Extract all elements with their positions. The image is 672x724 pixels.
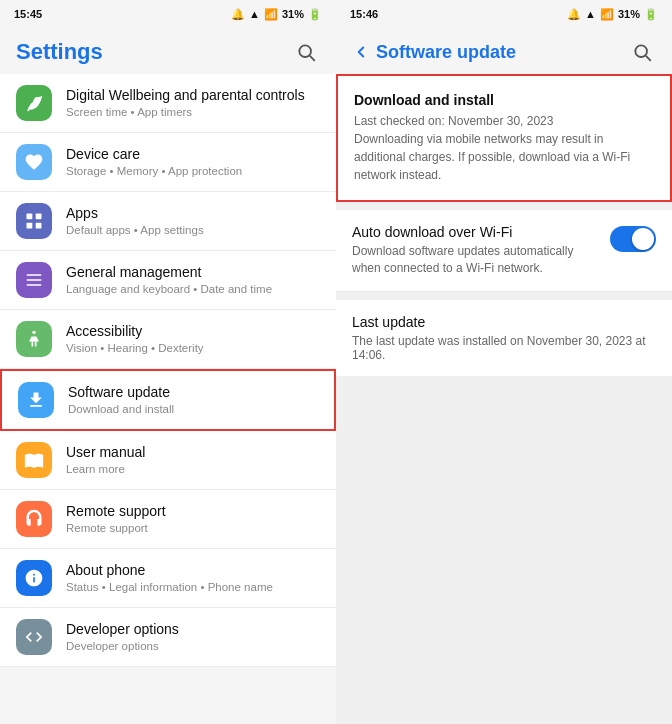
signal-icon: 📶 — [264, 8, 278, 21]
section-divider-2 — [336, 292, 672, 300]
developer-options-text: Developer options Developer options — [66, 620, 320, 654]
notification-icon: 🔔 — [231, 8, 245, 21]
settings-list: Digital Wellbeing and parental controls … — [0, 74, 336, 724]
general-management-title: General management — [66, 263, 320, 281]
right-phone-panel: 15:46 🔔 ▲ 📶 31% 🔋 Software update Downl — [336, 0, 672, 724]
general-management-text: General management Language and keyboard… — [66, 263, 320, 297]
software-update-text: Software update Download and install — [68, 383, 318, 417]
settings-title: Settings — [16, 39, 103, 65]
right-time: 15:46 — [350, 8, 378, 20]
back-chevron-icon — [352, 43, 370, 61]
sidebar-item-digital-wellbeing[interactable]: Digital Wellbeing and parental controls … — [0, 74, 336, 133]
apps-subtitle: Default apps • App settings — [66, 223, 320, 238]
svg-point-9 — [32, 331, 35, 334]
apps-icon — [16, 203, 52, 239]
left-status-icons: 🔔 ▲ 📶 31% 🔋 — [231, 8, 322, 21]
user-manual-text: User manual Learn more — [66, 443, 320, 477]
right-battery-text: 31% — [618, 8, 640, 20]
right-signal-icon: 📶 — [600, 8, 614, 21]
svg-line-1 — [310, 56, 314, 60]
digital-wellbeing-subtitle: Screen time • App timers — [66, 105, 320, 120]
download-install-card[interactable]: Download and install Last checked on: No… — [336, 74, 672, 202]
search-icon-right — [632, 42, 652, 62]
accessibility-subtitle: Vision • Hearing • Dexterity — [66, 341, 320, 356]
sidebar-item-software-update[interactable]: Software update Download and install — [0, 369, 336, 431]
digital-wellbeing-title: Digital Wellbeing and parental controls — [66, 86, 320, 104]
software-update-subtitle: Download and install — [68, 402, 318, 417]
settings-search-button[interactable] — [292, 38, 320, 66]
remote-support-title: Remote support — [66, 502, 320, 520]
device-care-subtitle: Storage • Memory • App protection — [66, 164, 320, 179]
wifi-icon: ▲ — [249, 8, 260, 20]
auto-download-toggle[interactable] — [610, 226, 656, 252]
svg-rect-7 — [27, 279, 42, 281]
about-phone-title: About phone — [66, 561, 320, 579]
info-icon — [24, 568, 44, 588]
user-manual-subtitle: Learn more — [66, 462, 320, 477]
last-update-card: Last update The last update was installe… — [336, 300, 672, 376]
download-install-line2: Downloading via mobile networks may resu… — [354, 130, 654, 184]
code-icon — [24, 627, 44, 647]
sidebar-item-developer-options[interactable]: Developer options Developer options — [0, 608, 336, 667]
right-header: Software update — [336, 28, 672, 74]
auto-download-title: Auto download over Wi-Fi — [352, 224, 598, 240]
download-icon — [26, 390, 46, 410]
leaf-icon — [24, 93, 44, 113]
person-icon — [24, 329, 44, 349]
menu-icon — [24, 270, 44, 290]
apps-text: Apps Default apps • App settings — [66, 204, 320, 238]
remote-support-text: Remote support Remote support — [66, 502, 320, 536]
digital-wellbeing-text: Digital Wellbeing and parental controls … — [66, 86, 320, 120]
sidebar-item-general-management[interactable]: General management Language and keyboard… — [0, 251, 336, 310]
back-button[interactable]: Software update — [352, 42, 516, 63]
general-management-subtitle: Language and keyboard • Date and time — [66, 282, 320, 297]
download-install-line1: Last checked on: November 30, 2023 — [354, 112, 654, 130]
sidebar-item-remote-support[interactable]: Remote support Remote support — [0, 490, 336, 549]
right-status-icons: 🔔 ▲ 📶 31% 🔋 — [567, 8, 658, 21]
developer-options-subtitle: Developer options — [66, 639, 320, 654]
left-phone-panel: 15:45 🔔 ▲ 📶 31% 🔋 Settings — [0, 0, 336, 724]
sidebar-item-apps[interactable]: Apps Default apps • App settings — [0, 192, 336, 251]
sidebar-item-device-care[interactable]: Device care Storage • Memory • App prote… — [0, 133, 336, 192]
device-care-icon — [16, 144, 52, 180]
sidebar-item-accessibility[interactable]: Accessibility Vision • Hearing • Dexteri… — [0, 310, 336, 369]
left-status-bar: 15:45 🔔 ▲ 📶 31% 🔋 — [0, 0, 336, 28]
right-status-bar: 15:46 🔔 ▲ 📶 31% 🔋 — [336, 0, 672, 28]
remote-support-icon — [16, 501, 52, 537]
svg-line-11 — [646, 56, 650, 60]
left-time: 15:45 — [14, 8, 42, 20]
right-header-title: Software update — [376, 42, 516, 63]
search-icon — [296, 42, 316, 62]
sidebar-item-about-phone[interactable]: About phone Status • Legal information •… — [0, 549, 336, 608]
software-update-icon — [18, 382, 54, 418]
accessibility-icon — [16, 321, 52, 357]
auto-download-subtitle: Download software updates automatically … — [352, 243, 598, 277]
user-manual-title: User manual — [66, 443, 320, 461]
update-content: Download and install Last checked on: No… — [336, 74, 672, 724]
remote-support-subtitle: Remote support — [66, 521, 320, 536]
digital-wellbeing-icon — [16, 85, 52, 121]
svg-rect-3 — [36, 214, 42, 220]
battery-icon: 🔋 — [308, 8, 322, 21]
about-phone-icon — [16, 560, 52, 596]
developer-options-icon — [16, 619, 52, 655]
auto-download-row[interactable]: Auto download over Wi-Fi Download softwa… — [336, 210, 672, 292]
about-phone-subtitle: Status • Legal information • Phone name — [66, 580, 320, 595]
accessibility-title: Accessibility — [66, 322, 320, 340]
last-update-title: Last update — [352, 314, 656, 330]
right-notification-icon: 🔔 — [567, 8, 581, 21]
svg-rect-4 — [27, 223, 33, 229]
device-care-text: Device care Storage • Memory • App prote… — [66, 145, 320, 179]
svg-point-0 — [299, 45, 311, 57]
accessibility-text: Accessibility Vision • Hearing • Dexteri… — [66, 322, 320, 356]
auto-download-text: Auto download over Wi-Fi Download softwa… — [352, 224, 610, 277]
last-update-text: The last update was installed on Novembe… — [352, 334, 656, 362]
sidebar-item-user-manual[interactable]: User manual Learn more — [0, 431, 336, 490]
section-divider-1 — [336, 202, 672, 210]
right-wifi-icon: ▲ — [585, 8, 596, 20]
update-search-button[interactable] — [628, 38, 656, 66]
right-battery-icon: 🔋 — [644, 8, 658, 21]
heart-icon — [24, 152, 44, 172]
software-update-title: Software update — [68, 383, 318, 401]
svg-point-10 — [635, 45, 647, 57]
